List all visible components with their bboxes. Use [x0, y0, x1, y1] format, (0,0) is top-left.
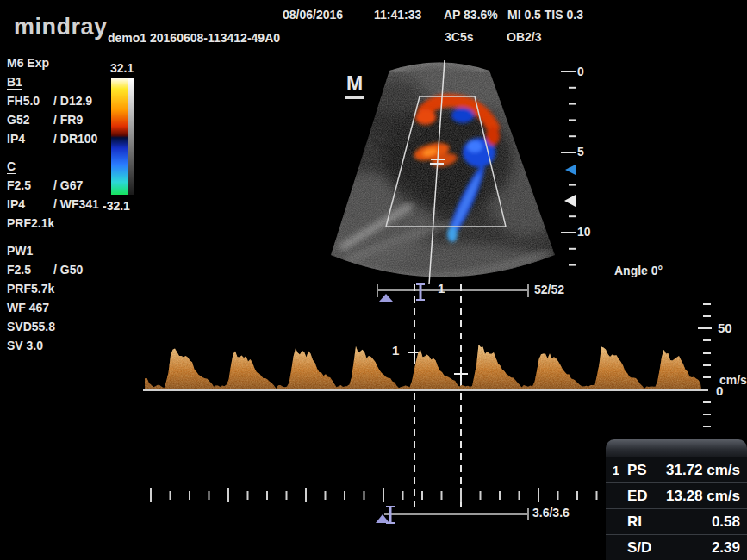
- param-value: / D12.9: [53, 94, 92, 108]
- results-panel-header: [606, 439, 747, 457]
- param-row: IP4 / DR100: [7, 129, 109, 148]
- result-row-ed: ED 13.28 cm/s: [606, 482, 747, 508]
- sweep-marker-triangle-icon[interactable]: [376, 514, 389, 523]
- param-value: / WF341: [53, 197, 99, 211]
- velocity-unit-label: cm/s: [719, 373, 747, 387]
- param-value: / G67: [53, 178, 83, 192]
- velocity-scale-50: 50: [718, 320, 732, 335]
- param-row: WF 467: [7, 298, 109, 317]
- param-row: SVD55.8: [7, 317, 109, 336]
- param-value: / FR9: [53, 113, 83, 127]
- depth-label-10: 10: [577, 225, 591, 239]
- frame-counter: 52/52: [534, 283, 564, 296]
- depth-arrow-white-icon[interactable]: [564, 195, 576, 207]
- result-label: RI: [627, 513, 663, 531]
- param-key: FH5.0: [7, 94, 53, 108]
- section-c-title: C: [7, 157, 109, 176]
- param-row: IP4 / WF341: [7, 195, 109, 214]
- param-row: G52 / FR9: [7, 110, 109, 129]
- measurement-calipers[interactable]: [408, 284, 468, 507]
- param-key: PRF2.1k: [7, 216, 53, 230]
- results-panel-body: 1 PS 31.72 cm/s ED 13.28 cm/s RI 0.58 S/…: [606, 457, 747, 560]
- param-key: F2.5: [7, 178, 53, 192]
- param-key: SVD55.8: [7, 320, 53, 333]
- velocity-scale-ticks: [698, 304, 712, 426]
- pw-spectrum: [143, 339, 708, 393]
- result-label: S/D: [627, 539, 663, 557]
- sweep-time-label: 3.6/3.6: [532, 506, 570, 520]
- sweep-scrollbar[interactable]: [376, 507, 528, 523]
- ultrasound-screen: mindray demo1 20160608-113412-49A0 08/06…: [0, 0, 747, 560]
- param-key: WF 467: [7, 301, 53, 314]
- focus-arrow-blue-icon[interactable]: [565, 165, 576, 175]
- b-mode-image: [289, 49, 573, 303]
- time-label: 11:41:33: [374, 8, 421, 22]
- colorbar-min-label: -32.1: [103, 199, 130, 213]
- param-key: IP4: [7, 132, 53, 146]
- param-key: IP4: [7, 197, 53, 211]
- angle-label: Angle 0°: [614, 264, 663, 277]
- result-label: ED: [627, 488, 663, 505]
- orientation-marker: M: [345, 72, 364, 99]
- mode-label: M6 Exp: [7, 53, 109, 72]
- cine-scrollbar[interactable]: [377, 284, 528, 302]
- parameter-sidebar: M6 Exp B1 FH5.0 / D12.9 G52 / FR9 IP4 / …: [7, 53, 109, 355]
- exam-id: demo1 20160608-113412-49A0: [108, 31, 280, 45]
- result-value: 0.58: [663, 513, 740, 531]
- time-ruler: [151, 488, 597, 502]
- param-key: F2.5: [7, 263, 53, 277]
- param-row: FH5.0 / D12.9: [7, 91, 109, 110]
- param-value: / G50: [53, 263, 83, 277]
- result-label: PS: [627, 462, 663, 479]
- colorbar-gray-gradient: [128, 78, 134, 195]
- result-index: 1: [613, 464, 627, 477]
- param-row: F2.5 / G67: [7, 176, 109, 195]
- mindray-logo: mindray: [14, 14, 108, 40]
- depth-label-0: 0: [577, 65, 584, 78]
- measurement-results-panel: 1 PS 31.72 cm/s ED 13.28 cm/s RI 0.58 S/…: [606, 439, 747, 560]
- preset-label: OB2/3: [507, 30, 541, 44]
- result-value: 13.28 cm/s: [663, 488, 740, 505]
- param-row: PRF5.7k: [7, 279, 109, 298]
- param-key: SV 3.0: [7, 339, 53, 352]
- param-row: F2.5 / G50: [7, 260, 109, 279]
- mi-tis-label: MI 0.5 TIS 0.3: [507, 8, 583, 22]
- acoustic-power-label: AP 83.6%: [444, 8, 498, 22]
- param-key: G52: [7, 113, 53, 127]
- param-row: PRF2.1k: [7, 214, 109, 233]
- cine-marker-triangle-icon[interactable]: [379, 294, 393, 302]
- section-b1-title: B1: [7, 72, 109, 91]
- cine-position-label: 1: [438, 281, 445, 296]
- result-value: 2.39: [663, 539, 740, 557]
- date-label: 08/06/2016: [283, 8, 343, 22]
- section-pw1-title: PW1: [7, 241, 109, 260]
- result-row-ri: RI 0.58: [606, 508, 747, 534]
- caliper-number-label: 1: [392, 343, 399, 358]
- probe-label: 3C5s: [445, 30, 473, 44]
- result-row-ps: 1 PS 31.72 cm/s: [606, 457, 747, 482]
- param-key: PRF5.7k: [7, 282, 53, 296]
- param-row: SV 3.0: [7, 336, 109, 355]
- colorbar-max-label: 32.1: [110, 61, 134, 75]
- depth-label-5: 5: [577, 145, 584, 159]
- param-value: / DR100: [53, 132, 97, 146]
- cine-slider-handle[interactable]: [416, 284, 425, 300]
- result-row-sd: S/D 2.39: [606, 534, 747, 560]
- doppler-colorbar: [111, 78, 135, 195]
- result-value: 31.72 cm/s: [663, 462, 740, 479]
- colorbar-velocity-gradient: [111, 78, 128, 195]
- velocity-scale-0: 0: [716, 383, 723, 398]
